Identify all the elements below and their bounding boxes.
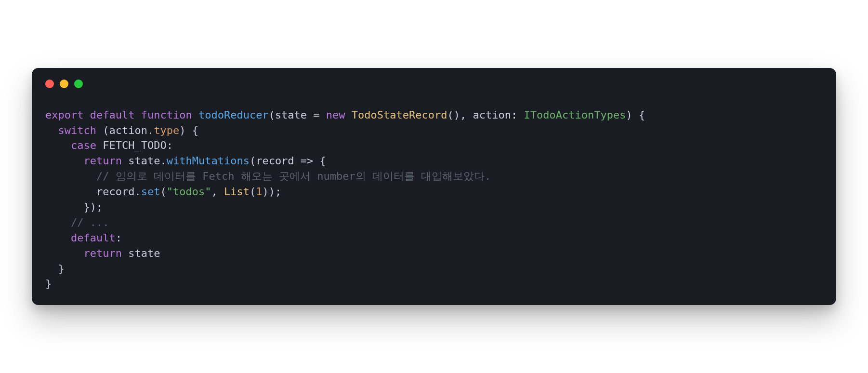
string-literal: "todos" xyxy=(167,186,211,198)
minimize-icon[interactable] xyxy=(60,80,68,88)
paren: ) xyxy=(262,186,268,198)
code-line: }); xyxy=(45,201,103,213)
brace: { xyxy=(185,124,198,136)
brace: { xyxy=(632,109,645,121)
indent xyxy=(45,155,83,167)
keyword-case: case xyxy=(71,139,96,151)
brace: } xyxy=(58,263,65,275)
constant: FETCH_TODO xyxy=(103,139,166,151)
indent xyxy=(45,186,96,198)
brace: } xyxy=(45,278,52,290)
colon: : xyxy=(116,232,122,244)
paren: ) xyxy=(626,109,632,121)
call-name: List xyxy=(224,186,250,198)
indent xyxy=(45,170,96,182)
arrow: => xyxy=(294,155,320,167)
paren: ( xyxy=(160,186,166,198)
number-literal: 1 xyxy=(256,186,262,198)
code-line: record.set("todos", List(1)); xyxy=(45,186,281,198)
keyword-export: export xyxy=(45,109,83,121)
indent xyxy=(45,232,71,244)
dot: . xyxy=(147,124,154,136)
code-line: // ... xyxy=(45,216,109,228)
keyword-return: return xyxy=(83,155,121,167)
paren: ( xyxy=(269,109,275,121)
close-icon[interactable] xyxy=(45,80,54,88)
function-name: todoReducer xyxy=(198,109,269,121)
code-line: case FETCH_TODO: xyxy=(45,139,173,151)
colon: : xyxy=(511,109,524,121)
keyword-default: default xyxy=(90,109,135,121)
close-braces: }); xyxy=(83,201,103,213)
comma: , xyxy=(460,109,473,121)
indent xyxy=(45,216,71,228)
code-block: export default function todoReducer(stat… xyxy=(45,107,823,292)
method-name: set xyxy=(141,186,160,198)
paren: ) xyxy=(269,186,275,198)
dot: . xyxy=(160,155,166,167)
type-name: ITodoActionTypes xyxy=(524,109,626,121)
identifier: state xyxy=(128,155,160,167)
indent xyxy=(45,247,83,259)
space xyxy=(122,155,128,167)
param: action xyxy=(473,109,511,121)
identifier: action xyxy=(109,124,147,136)
paren: ( xyxy=(96,124,109,136)
operator: = xyxy=(307,109,326,121)
comment: // 임의로 데이터를 Fetch 해오는 곳에서 number의 데이터를 대… xyxy=(96,170,491,182)
property: type xyxy=(154,124,179,136)
paren: ( xyxy=(250,186,256,198)
identifier: state xyxy=(128,247,160,259)
code-line: default: xyxy=(45,232,122,244)
indent xyxy=(45,139,71,151)
code-line: return state xyxy=(45,247,160,259)
keyword-default: default xyxy=(71,232,116,244)
semicolon: ; xyxy=(275,186,281,198)
dot: . xyxy=(134,186,141,198)
comment: // ... xyxy=(71,216,109,228)
param: state xyxy=(275,109,307,121)
maximize-icon[interactable] xyxy=(74,80,83,88)
keyword-return: return xyxy=(83,247,121,259)
space xyxy=(122,247,128,259)
keyword-new: new xyxy=(326,109,345,121)
indent xyxy=(45,124,58,136)
code-line: } xyxy=(45,278,52,290)
keyword-switch: switch xyxy=(58,124,96,136)
comma: , xyxy=(211,186,224,198)
traffic-lights xyxy=(45,80,823,88)
indent xyxy=(45,201,83,213)
colon: : xyxy=(167,139,173,151)
keyword-function: function xyxy=(141,109,192,121)
method-name: withMutations xyxy=(167,155,250,167)
call-parens: () xyxy=(447,109,460,121)
type-name: TodoStateRecord xyxy=(352,109,447,121)
code-line: } xyxy=(45,263,65,275)
code-line: switch (action.type) { xyxy=(45,124,198,136)
space xyxy=(96,139,103,151)
code-line: export default function todoReducer(stat… xyxy=(45,109,645,121)
code-window: export default function todoReducer(stat… xyxy=(32,68,836,306)
paren: ( xyxy=(250,155,256,167)
param: record xyxy=(256,155,294,167)
brace: { xyxy=(320,155,326,167)
identifier: record xyxy=(96,186,134,198)
code-line: // 임의로 데이터를 Fetch 해오는 곳에서 number의 데이터를 대… xyxy=(45,170,491,182)
paren: ) xyxy=(179,124,185,136)
code-line: return state.withMutations(record => { xyxy=(45,155,326,167)
indent xyxy=(45,263,58,275)
